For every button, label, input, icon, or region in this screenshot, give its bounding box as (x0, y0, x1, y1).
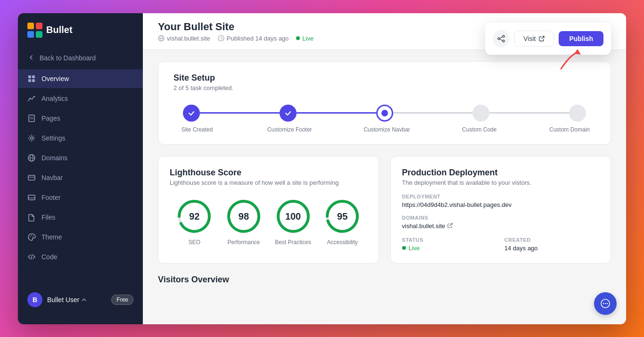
publish-button[interactable]: Publish (559, 31, 603, 46)
sidebar-item-label: Analytics (41, 95, 68, 102)
deployment-label: DEPLOYMENT (402, 194, 600, 199)
svg-rect-17 (28, 195, 35, 200)
user-info[interactable]: B Bullet User (27, 292, 87, 307)
sidebar-item-label: Files (41, 214, 56, 221)
theme-icon (27, 233, 36, 241)
step-3-label: Customize Navbar (363, 126, 411, 133)
svg-point-44 (603, 303, 604, 304)
sidebar-item-label: Footer (41, 194, 60, 201)
best-practices-label: Best Practices (275, 239, 311, 246)
logo: Bullet (18, 23, 143, 49)
visit-button[interactable]: Visit (514, 31, 554, 47)
domains-label: DOMAINS (402, 215, 600, 221)
card-title: Site Setup (173, 73, 595, 83)
sidebar-footer: B Bullet User Free (18, 285, 143, 315)
live-badge: Live (296, 35, 314, 42)
published-text: Published 14 days ago (227, 35, 289, 42)
back-to-dashboard[interactable]: Back to Dashboard (18, 49, 143, 67)
header-left: Your Bullet Site vishal.bullet.site (158, 21, 314, 42)
sidebar-item-files[interactable]: Files (18, 208, 143, 227)
step-5-node (569, 105, 586, 122)
svg-line-30 (500, 37, 503, 38)
deployment-title: Production Deployment (402, 168, 600, 178)
lighthouse-subtitle: Lighthouse score is a measure of how wel… (170, 179, 367, 186)
site-url: vishal.bullet.site (167, 35, 210, 42)
step-2-node (280, 105, 297, 122)
sidebar-item-navbar[interactable]: Navbar (18, 168, 143, 187)
share-icon (497, 34, 505, 43)
domain-link[interactable]: vishal.bullet.site (402, 222, 600, 230)
sidebar-item-domains[interactable]: Domains (18, 148, 143, 167)
sidebar-item-label: Settings (41, 134, 66, 142)
connector-4-5 (489, 112, 569, 114)
best-practices-circle: 100 (274, 197, 312, 235)
deployment-url: https://04d9d4b2.vishal-bullet.pages.dev (402, 201, 600, 208)
seo-value: 92 (189, 211, 199, 222)
svg-rect-0 (27, 23, 34, 29)
sidebar-item-pages[interactable]: Pages (18, 109, 143, 128)
step-5-label: Custom Domain (548, 126, 591, 133)
step-3-node (376, 105, 393, 122)
sidebar-item-label: Pages (41, 115, 60, 122)
visitors-header: Visitors Overview (158, 275, 611, 288)
performance-label: Performance (228, 239, 260, 246)
sidebar-item-theme[interactable]: Theme (18, 228, 143, 247)
live-text: Live (302, 35, 314, 42)
svg-marker-33 (574, 49, 581, 55)
sidebar-item-footer[interactable]: Footer (18, 188, 143, 207)
header-meta: vishal.bullet.site Published 14 days ago… (158, 35, 314, 42)
content-body: Site Setup 2 of 5 task completed. (143, 50, 626, 300)
share-button[interactable] (493, 30, 510, 47)
overview-icon (27, 74, 36, 83)
svg-line-22 (31, 255, 32, 259)
footer-icon (27, 193, 36, 202)
pages-icon (27, 114, 36, 123)
svg-point-21 (33, 236, 33, 237)
svg-rect-2 (27, 31, 34, 38)
svg-line-31 (500, 39, 503, 41)
chevron-up-icon (81, 297, 87, 303)
status-section: STATUS Live (402, 237, 497, 252)
action-popup: Visit Publish (485, 23, 611, 55)
svg-rect-7 (32, 79, 35, 82)
svg-rect-15 (28, 175, 35, 180)
arrow-indicator (556, 45, 585, 75)
logo-icon (27, 23, 42, 38)
user-name: Bullet User (47, 296, 87, 304)
step-4-node (472, 105, 489, 122)
svg-rect-4 (28, 75, 31, 78)
sidebar-item-overview[interactable]: Overview (18, 69, 143, 88)
metric-accessibility: 95 Accessibility (323, 197, 361, 246)
sidebar-item-label: Domains (41, 154, 67, 162)
chat-button[interactable] (594, 292, 617, 315)
svg-rect-8 (29, 115, 34, 122)
deployment-card: Production Deployment The deployment tha… (390, 156, 611, 263)
files-icon (27, 213, 36, 222)
connector-2-3 (297, 112, 376, 114)
performance-circle: 98 (225, 197, 263, 235)
svg-point-29 (503, 40, 504, 42)
sidebar-item-settings[interactable]: Settings (18, 129, 143, 148)
sidebar-item-label: Code (41, 253, 57, 261)
svg-point-11 (31, 137, 33, 139)
globe-icon (158, 35, 165, 41)
svg-point-45 (605, 303, 606, 304)
clock-icon (218, 35, 224, 41)
sidebar-item-label: Overview (41, 75, 69, 82)
accessibility-value: 95 (337, 211, 347, 222)
sidebar-item-code[interactable]: Code (18, 247, 143, 266)
chat-icon (600, 298, 611, 309)
performance-value: 98 (239, 211, 249, 222)
step-2-label: Customize Footer (266, 126, 313, 133)
site-setup-card: Site Setup 2 of 5 task completed. (158, 61, 611, 145)
step-1-node (183, 105, 200, 122)
svg-line-32 (542, 36, 544, 39)
svg-point-19 (30, 236, 31, 237)
site-title: Your Bullet Site (158, 21, 314, 33)
sidebar-item-analytics[interactable]: Analytics (18, 89, 143, 108)
svg-point-46 (607, 303, 608, 304)
back-arrow-icon (27, 54, 35, 63)
navbar-icon (27, 173, 36, 182)
status-live-dot (402, 246, 406, 250)
svg-point-28 (498, 38, 500, 40)
